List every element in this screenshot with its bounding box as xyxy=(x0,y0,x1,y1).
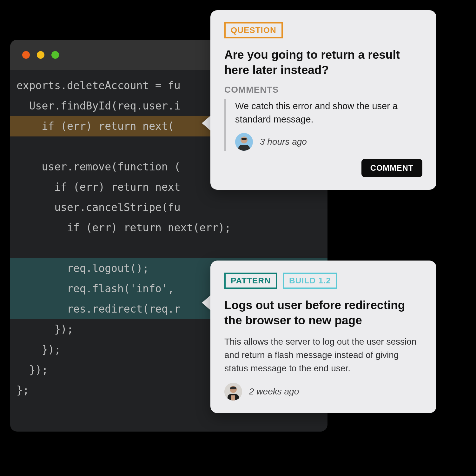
code-line[interactable] xyxy=(10,238,327,258)
card-title: Are you going to return a result here la… xyxy=(224,47,422,78)
tag-question: QUESTION xyxy=(224,22,283,38)
annotation-card-pattern: PATTERN BUILD 1.2 Logs out user before r… xyxy=(210,261,436,413)
tag-build: BUILD 1.2 xyxy=(283,273,337,289)
code-line[interactable]: user.cancelStripe(fu xyxy=(10,197,327,218)
comments-heading: COMMENTS xyxy=(224,85,422,95)
avatar xyxy=(235,133,253,151)
callout-pointer-icon xyxy=(202,116,211,131)
avatar xyxy=(224,383,242,400)
card-description: This allows the server to log out the us… xyxy=(224,335,422,375)
comment-timestamp: 3 hours ago xyxy=(260,137,307,147)
comment-button[interactable]: COMMENT xyxy=(361,159,422,177)
traffic-light-close[interactable] xyxy=(22,51,30,59)
comment-text: We catch this error and show the user a … xyxy=(235,99,422,126)
svg-rect-4 xyxy=(238,145,250,151)
svg-rect-3 xyxy=(241,138,247,140)
comment-block: We catch this error and show the user a … xyxy=(224,99,422,151)
traffic-light-minimize[interactable] xyxy=(37,51,44,59)
card-timestamp: 2 weeks ago xyxy=(249,387,299,397)
annotation-card-question: QUESTION Are you going to return a resul… xyxy=(210,10,436,190)
callout-pointer-icon xyxy=(202,295,211,310)
card-title: Logs out user before redirecting the bro… xyxy=(224,298,422,328)
svg-rect-9 xyxy=(231,395,235,400)
tag-pattern: PATTERN xyxy=(224,273,277,289)
traffic-light-zoom[interactable] xyxy=(51,51,59,59)
code-line[interactable]: if (err) return next(err); xyxy=(10,218,327,238)
